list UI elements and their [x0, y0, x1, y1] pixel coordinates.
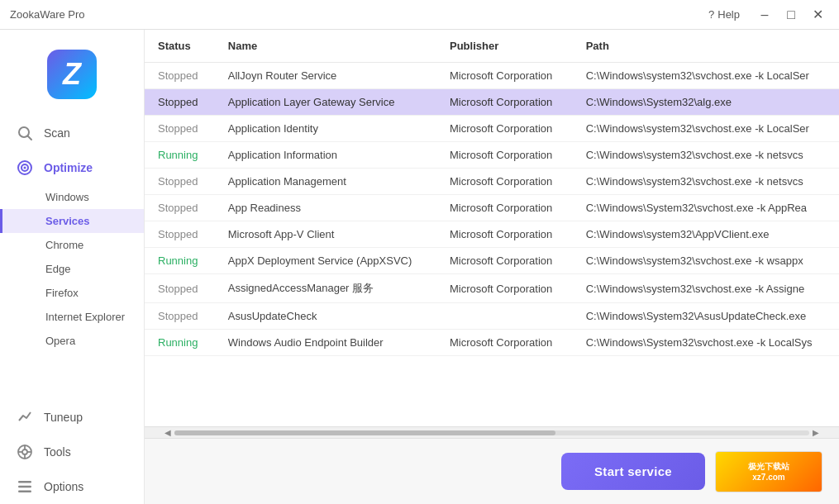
main-layout: Z Scan — [0, 30, 839, 504]
sub-nav: Windows Services Chrome Edge Firefox Int… — [0, 185, 144, 353]
cell-status: Stopped — [145, 221, 215, 248]
sidebar-item-internet-explorer[interactable]: Internet Explorer — [0, 305, 144, 329]
services-table: Status Name Publisher Path Stopped AllJo… — [145, 30, 839, 356]
sidebar-item-scan[interactable]: Scan — [0, 116, 144, 150]
table-row[interactable]: Stopped Application Identity Microsoft C… — [145, 116, 839, 142]
scrollbar-track[interactable] — [174, 430, 809, 435]
sidebar-item-ie-label: Internet Explorer — [45, 311, 125, 323]
svg-rect-11 — [18, 481, 31, 483]
options-icon — [16, 478, 34, 496]
svg-line-1 — [28, 136, 32, 140]
table-row[interactable]: Running Windows Audio Endpoint Builder M… — [145, 330, 839, 356]
table-row[interactable]: Stopped App Readiness Microsoft Corporat… — [145, 195, 839, 221]
table-row[interactable]: Stopped Microsoft App-V Client Microsoft… — [145, 221, 839, 248]
cell-publisher: Microsoft Corporation — [436, 274, 573, 303]
sidebar-item-windows[interactable]: Windows — [0, 185, 144, 209]
services-table-container[interactable]: Status Name Publisher Path Stopped AllJo… — [145, 30, 839, 426]
cell-publisher: Microsoft Corporation — [436, 116, 573, 142]
cell-name: AsusUpdateCheck — [215, 303, 436, 330]
content-area: Status Name Publisher Path Stopped AllJo… — [145, 30, 839, 504]
svg-point-4 — [24, 167, 26, 169]
cell-name: Application Identity — [215, 116, 436, 142]
cell-name: Windows Audio Endpoint Builder — [215, 330, 436, 356]
help-icon: ? — [708, 8, 714, 21]
cell-name: AllJoyn Router Service — [215, 63, 436, 89]
table-row[interactable]: Running Application Information Microsof… — [145, 142, 839, 169]
minimize-button[interactable]: – — [753, 3, 776, 26]
cell-name: App Readiness — [215, 195, 436, 221]
watermark-text: 极光下载站xz7.com — [748, 461, 789, 482]
sidebar-item-edge-label: Edge — [45, 263, 70, 275]
table-row[interactable]: Stopped Application Layer Gateway Servic… — [145, 89, 839, 116]
table-row[interactable]: Stopped AsusUpdateCheck C:\Windows\Syste… — [145, 303, 839, 330]
cell-status: Stopped — [145, 89, 215, 116]
sidebar-item-edge[interactable]: Edge — [0, 257, 144, 281]
title-bar-left: ZookaWare Pro — [10, 8, 85, 21]
cell-status: Running — [145, 330, 215, 356]
sidebar-item-opera[interactable]: Opera — [0, 329, 144, 353]
cell-path: C:\Windows\system32\AppVClient.exe — [573, 221, 839, 248]
tuneup-icon — [16, 408, 34, 426]
svg-rect-13 — [18, 491, 31, 493]
svg-rect-12 — [18, 486, 31, 488]
scrollbar-thumb[interactable] — [174, 430, 555, 435]
sidebar-item-firefox-label: Firefox — [45, 287, 79, 299]
cell-name: Microsoft App-V Client — [215, 221, 436, 248]
cell-status: Running — [145, 248, 215, 274]
sidebar-item-chrome[interactable]: Chrome — [0, 233, 144, 257]
cell-path: C:\Windows\System32\svchost.exe -k AppRe… — [573, 195, 839, 221]
cell-publisher: Microsoft Corporation — [436, 195, 573, 221]
tools-icon — [16, 443, 34, 461]
col-path: Path — [573, 30, 839, 63]
scroll-left-button[interactable]: ◀ — [161, 428, 174, 437]
sidebar-item-tools-label: Tools — [44, 445, 71, 459]
help-button[interactable]: ? Help — [708, 8, 740, 21]
cell-publisher: Microsoft Corporation — [436, 89, 573, 116]
cell-publisher: Microsoft Corporation — [436, 63, 573, 89]
sidebar-item-tuneup-label: Tuneup — [44, 411, 83, 424]
table-row[interactable]: Running AppX Deployment Service (AppXSVC… — [145, 248, 839, 274]
sidebar-item-services[interactable]: Services — [0, 209, 144, 233]
cell-name: Application Layer Gateway Service — [215, 89, 436, 116]
cell-name: AssignedAccessManager 服务 — [215, 274, 436, 303]
start-service-button[interactable]: Start service — [561, 453, 705, 490]
cell-status: Stopped — [145, 116, 215, 142]
cell-status: Stopped — [145, 63, 215, 89]
table-row[interactable]: Stopped AllJoyn Router Service Microsoft… — [145, 63, 839, 89]
sidebar-item-opera-label: Opera — [45, 335, 75, 347]
scan-icon — [16, 124, 34, 142]
sidebar-item-tools[interactable]: Tools — [0, 435, 144, 469]
cell-status: Running — [145, 142, 215, 169]
logo-area: Z — [0, 36, 144, 116]
sidebar-item-optimize-label: Optimize — [44, 161, 93, 174]
table-row[interactable]: Stopped AssignedAccessManager 服务 Microso… — [145, 274, 839, 303]
app-logo: Z — [47, 50, 97, 99]
cell-path: C:\Windows\System32\alg.exe — [573, 89, 839, 116]
sidebar-item-options[interactable]: Options — [0, 469, 144, 504]
cell-path: C:\Windows\system32\svchost.exe -k netsv… — [573, 169, 839, 195]
scroll-right-button[interactable]: ▶ — [809, 428, 822, 437]
cell-status: Stopped — [145, 274, 215, 303]
close-button[interactable]: ✕ — [806, 3, 829, 26]
sidebar-item-tuneup[interactable]: Tuneup — [0, 400, 144, 435]
cell-publisher: Microsoft Corporation — [436, 221, 573, 248]
cell-path: C:\Windows\system32\svchost.exe -k wsapp… — [573, 248, 839, 274]
sidebar-item-firefox[interactable]: Firefox — [0, 281, 144, 305]
sidebar-item-optimize[interactable]: Optimize — [0, 150, 144, 185]
cell-status: Stopped — [145, 195, 215, 221]
cell-name: Application Management — [215, 169, 436, 195]
cell-publisher: Microsoft Corporation — [436, 248, 573, 274]
logo-letter: Z — [63, 57, 81, 92]
horizontal-scrollbar[interactable]: ◀ ▶ — [145, 426, 839, 438]
cell-path: C:\Windows\system32\svchost.exe -k Local… — [573, 116, 839, 142]
cell-publisher: Microsoft Corporation — [436, 142, 573, 169]
bottom-bar: Start service 极光下载站xz7.com — [145, 438, 839, 504]
table-row[interactable]: Stopped Application Management Microsoft… — [145, 169, 839, 195]
maximize-button[interactable]: □ — [779, 3, 803, 26]
cell-path: C:\Windows\system32\svchost.exe -k Assig… — [573, 274, 839, 303]
sidebar-item-scan-label: Scan — [44, 126, 70, 140]
cell-path: C:\Windows\system32\svchost.exe -k netsv… — [573, 142, 839, 169]
svg-point-6 — [22, 449, 27, 454]
cell-name: Application Information — [215, 142, 436, 169]
cell-status: Stopped — [145, 303, 215, 330]
